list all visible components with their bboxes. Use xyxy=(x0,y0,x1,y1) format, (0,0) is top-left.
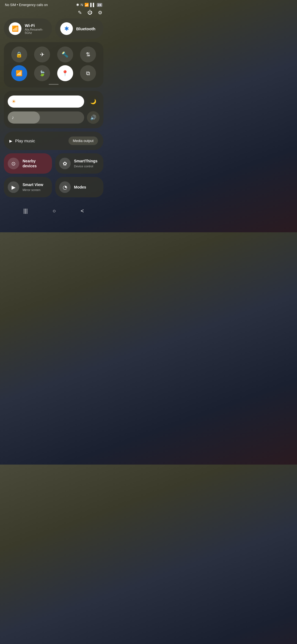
smart-things-sublabel: Device control xyxy=(74,165,93,168)
airplane-button[interactable]: ✈ xyxy=(34,47,50,62)
settings-icon[interactable]: ⚙ xyxy=(98,10,102,16)
smart-view-symbol: ▶ xyxy=(12,184,16,190)
smart-things-label: SmartThings xyxy=(74,159,98,163)
media-panel[interactable]: ▶ Play music Media output xyxy=(4,132,103,150)
wifi-icon-circle: 📶 xyxy=(9,22,21,35)
power-save-button[interactable]: 🍃 xyxy=(34,65,50,81)
bluetooth-status-icon: ✱ xyxy=(76,3,79,7)
nearby-devices-label: Nearby devices xyxy=(23,159,37,168)
back-button[interactable]: < xyxy=(81,208,84,214)
location-button[interactable]: 📍 xyxy=(57,65,73,81)
flashlight-button[interactable]: 🔦 xyxy=(57,47,73,62)
bottom-row-2: ▶ Smart View Mirror screen ◔ Modes xyxy=(0,177,107,197)
edit-icon[interactable]: ✎ xyxy=(78,10,82,16)
nearby-icon: ⊙ xyxy=(11,160,16,167)
home-button[interactable]: ○ xyxy=(53,208,56,214)
quick-grid-row-2: 📶 🍃 📍 ⧉ xyxy=(8,65,100,81)
wifi-tile[interactable]: 📶 Wi-Fi Ala.Resaneh-5Ghz xyxy=(4,18,52,39)
toolbar: ✎ ⏻ ⚙ xyxy=(0,9,107,18)
connectivity-row: 📶 Wi-Fi Ala.Resaneh-5Ghz ✱ Bluetooth xyxy=(0,18,107,39)
wifi-icon: 📶 xyxy=(12,25,19,32)
nearby-devices-icon: ⊙ xyxy=(8,158,19,169)
sliders-panel: ☀ 🌙 ♪ 🔊 xyxy=(4,91,103,128)
volume-icon: ♪ xyxy=(12,115,14,121)
status-icons: ✱ N 📶 ▌▌ 24 xyxy=(76,3,102,7)
bottom-row-1: ⊙ Nearby devices ✿ SmartThings Device co… xyxy=(0,153,107,174)
night-mode-button[interactable]: 🌙 xyxy=(87,95,100,108)
media-output-button[interactable]: Media output xyxy=(68,137,98,145)
grid-expand-indicator[interactable] xyxy=(49,84,59,85)
play-music-label: Play music xyxy=(15,138,35,143)
quick-grid-panel: 🔒 ✈ 🔦 ⇅ 📶 🍃 📍 ⧉ xyxy=(4,42,103,88)
nearby-devices-tile[interactable]: ⊙ Nearby devices xyxy=(4,153,52,174)
bluetooth-icon-circle: ✱ xyxy=(60,22,73,35)
brightness-row: ☀ 🌙 xyxy=(8,95,100,108)
smart-view-text: Smart View Mirror screen xyxy=(23,182,48,192)
modes-label: Modes xyxy=(74,185,86,189)
smart-view-tile[interactable]: ▶ Smart View Mirror screen xyxy=(4,177,52,197)
bluetooth-text: Bluetooth xyxy=(76,26,95,31)
brightness-slider[interactable]: ☀ xyxy=(8,95,84,108)
night-mode-icon: 🌙 xyxy=(90,99,96,105)
smart-view-icon: ▶ xyxy=(8,181,19,193)
smart-things-icon: ✿ xyxy=(59,158,71,169)
battery-badge: 24 xyxy=(97,3,102,7)
modes-text: Modes xyxy=(74,185,86,190)
volume-slider[interactable]: ♪ xyxy=(8,111,84,124)
lock-button[interactable]: 🔒 xyxy=(11,47,27,62)
bluetooth-tile[interactable]: ✱ Bluetooth xyxy=(55,18,103,39)
smart-things-symbol: ✿ xyxy=(63,160,67,167)
wifi-status-icon: 📶 xyxy=(84,3,89,7)
smart-view-label: Smart View xyxy=(23,182,43,187)
modes-symbol: ◔ xyxy=(63,184,67,190)
bluetooth-icon: ✱ xyxy=(64,25,69,32)
bluetooth-label: Bluetooth xyxy=(76,26,95,31)
wifi-sublabel: Ala.Resaneh-5Ghz xyxy=(25,28,47,34)
signal-status-icon: ▌▌ xyxy=(90,3,95,7)
smart-things-tile[interactable]: ✿ SmartThings Device control xyxy=(55,153,103,174)
power-icon[interactable]: ⏻ xyxy=(87,10,92,16)
quick-grid-row-1: 🔒 ✈ 🔦 ⇅ xyxy=(8,47,100,62)
smart-view-sublabel: Mirror screen xyxy=(23,188,40,192)
brightness-icon: ☀ xyxy=(12,99,16,105)
volume-output-button[interactable]: 🔊 xyxy=(87,111,100,124)
recents-button[interactable]: ||| xyxy=(23,208,28,214)
data-toggle-button[interactable]: ⇅ xyxy=(80,47,96,62)
volume-speaker-icon: 🔊 xyxy=(90,114,96,121)
play-icon: ▶ xyxy=(9,139,12,143)
volume-row: ♪ 🔊 xyxy=(8,111,100,124)
status-text: No SIM • Emergency calls on xyxy=(5,3,48,7)
hotspot-button[interactable]: 📶 xyxy=(11,65,27,81)
wifi-label: Wi-Fi xyxy=(25,23,47,28)
media-left: ▶ Play music xyxy=(9,138,35,143)
modes-tile[interactable]: ◔ Modes xyxy=(55,177,103,197)
multiwindow-button[interactable]: ⧉ xyxy=(80,65,96,81)
nav-bar: ||| ○ < xyxy=(0,203,107,221)
nearby-devices-text: Nearby devices xyxy=(23,159,48,168)
nfc-status-icon: N xyxy=(81,3,83,7)
smart-things-text: SmartThings Device control xyxy=(74,159,100,168)
wifi-text: Wi-Fi Ala.Resaneh-5Ghz xyxy=(25,23,47,34)
status-bar: No SIM • Emergency calls on ✱ N 📶 ▌▌ 24 xyxy=(0,0,107,9)
modes-icon: ◔ xyxy=(59,181,71,193)
